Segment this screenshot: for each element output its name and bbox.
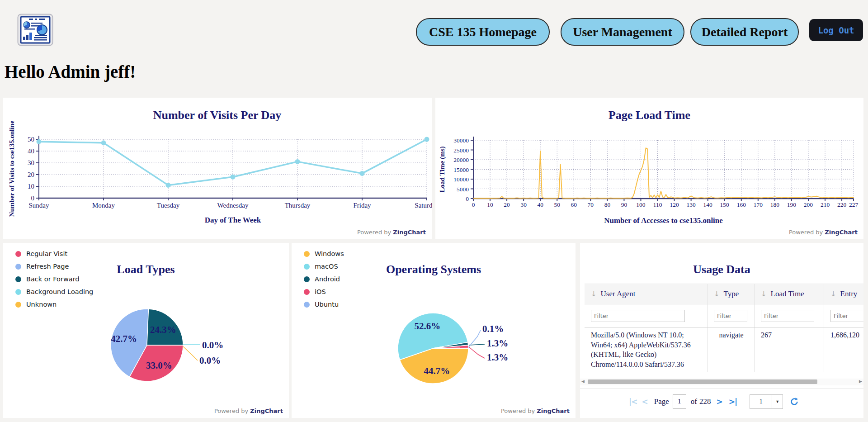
- y-tick-label: 0: [31, 194, 35, 202]
- pie-value-label: 52.6%: [415, 321, 441, 332]
- y-tick-label: 10: [28, 183, 34, 190]
- page-number-input[interactable]: [673, 394, 686, 409]
- sort-down-icon[interactable]: ↓: [714, 290, 720, 298]
- column-label: Entry: [840, 289, 858, 299]
- caret-down-icon: ▼: [772, 395, 783, 408]
- y-tick-label: 50: [28, 136, 34, 143]
- x-axis-label: Day of The Week: [205, 216, 261, 224]
- x-tick-label: 140: [703, 201, 713, 208]
- table-filter-row: [585, 304, 863, 327]
- x-tick-label: 120: [670, 201, 679, 208]
- cell-load-time: 267: [755, 327, 824, 372]
- data-point: [37, 139, 42, 144]
- nav-button-label: Detailed Report: [702, 25, 788, 39]
- filter-input-type[interactable]: [714, 310, 747, 322]
- x-tick-label: 40: [537, 201, 543, 208]
- refresh-button[interactable]: [789, 397, 799, 407]
- load-types-pie-chart[interactable]: 33.0%42.7%24.3%0.0%0.0%: [3, 243, 289, 418]
- filter-input-entry[interactable]: [830, 310, 863, 322]
- sort-down-icon[interactable]: ↓: [761, 290, 767, 298]
- data-point: [101, 140, 106, 145]
- y-tick-label: 25000: [453, 147, 469, 154]
- y-tick-label: 30000: [453, 137, 469, 144]
- x-tick-label: 70: [588, 201, 594, 208]
- zingchart-branding[interactable]: Powered by ZingChart: [357, 229, 426, 236]
- x-tick-label: Monday: [92, 202, 115, 209]
- of-label: of: [691, 397, 697, 406]
- zingchart-branding[interactable]: Powered by ZingChart: [214, 408, 283, 414]
- column-header-entry[interactable]: ↓ Entry: [824, 284, 863, 304]
- dashboard-logo: [17, 14, 53, 46]
- usage-data-title: Usage Data: [580, 263, 863, 276]
- x-tick-label: 190: [787, 201, 797, 208]
- scrollbar-thumb[interactable]: [588, 379, 817, 384]
- x-tick-label: 30: [520, 201, 527, 208]
- x-tick-label: 80: [604, 201, 611, 208]
- pie-value-label: 24.3%: [150, 324, 176, 335]
- cell-user-agent: Mozilla/5.0 (Windows NT 10.0; Win64; x64…: [585, 327, 708, 372]
- scroll-right-icon[interactable]: ▶: [859, 379, 862, 384]
- total-pages: 228: [699, 397, 711, 406]
- x-tick-label: 150: [720, 201, 730, 208]
- x-tick-label: 60: [571, 201, 577, 208]
- logout-button[interactable]: Log Out: [809, 19, 863, 41]
- x-tick-label: Thursday: [285, 202, 311, 209]
- nav-button-cse135-homepage[interactable]: CSE 135 Homepage: [416, 18, 550, 46]
- sort-down-icon[interactable]: ↓: [830, 290, 836, 298]
- x-tick-label: 10: [487, 201, 493, 208]
- x-tick-label: 227: [849, 201, 859, 208]
- page-size-select[interactable]: 1 ▼: [750, 394, 783, 409]
- x-tick-label: 180: [770, 201, 780, 208]
- first-page-button[interactable]: |<: [629, 397, 637, 406]
- x-tick-label: Tuesday: [157, 202, 180, 209]
- x-tick-label: Friday: [353, 202, 371, 209]
- table-header-row: ↓ User Agent ↓ Type ↓ Load Time ↓ Entry: [585, 284, 863, 304]
- load-time-chart-panel: Page Load Time 0500010000150002000025000…: [435, 98, 863, 239]
- os-pie-chart[interactable]: 44.7%52.6%1.3%1.3%0.1%: [292, 243, 576, 418]
- y-tick-label: 30: [28, 159, 34, 166]
- column-label: User Agent: [601, 289, 636, 299]
- data-point: [360, 171, 365, 176]
- usage-data-panel: Usage Data ↓ User Agent ↓ Type ↓ Load Ti…: [580, 243, 863, 418]
- admin-dashboard-page: CSE 135 Homepage User Management Detaile…: [0, 0, 868, 422]
- data-point: [425, 137, 429, 142]
- callout-line: [469, 347, 485, 358]
- filter-input-load-time[interactable]: [761, 310, 814, 322]
- x-tick-label: 200: [804, 201, 813, 208]
- load-time-line-chart[interactable]: 0500010000150002000025000300000102030405…: [435, 98, 863, 239]
- y-tick-label: 5000: [457, 186, 469, 193]
- x-tick-label: 20: [504, 201, 510, 208]
- last-page-button[interactable]: >|: [729, 397, 737, 406]
- filter-input-user-agent[interactable]: [591, 310, 685, 322]
- visits-line-chart[interactable]: 01020304050SundayMondayTuesdayWednesdayT…: [3, 98, 432, 239]
- y-tick-label: 20000: [453, 156, 469, 163]
- zingchart-branding[interactable]: Powered by ZingChart: [501, 408, 570, 414]
- x-tick-label: 100: [636, 201, 646, 208]
- pie-value-label: 1.3%: [487, 338, 508, 349]
- x-tick-label: 220: [837, 201, 847, 208]
- horizontal-scrollbar[interactable]: ◀ ▶: [580, 379, 863, 385]
- pie-value-label: 0.0%: [199, 355, 221, 366]
- table-row: Mozilla/5.0 (Windows NT 10.0; Win64; x64…: [585, 327, 863, 372]
- column-header-load-time[interactable]: ↓ Load Time: [755, 284, 824, 304]
- x-axis-label: Number of Accesses to cse135.online: [604, 216, 723, 225]
- pie-value-label: 0.1%: [482, 323, 504, 334]
- y-axis-label: Load Time (ms): [439, 147, 446, 193]
- nav-button-detailed-report[interactable]: Detailed Report: [690, 18, 799, 46]
- x-tick-label: 170: [754, 201, 763, 208]
- column-header-type[interactable]: ↓ Type: [708, 284, 755, 304]
- prev-page-button[interactable]: <: [642, 397, 647, 406]
- zingchart-branding[interactable]: Powered by ZingChart: [789, 229, 858, 236]
- column-header-user-agent[interactable]: ↓ User Agent: [585, 284, 708, 304]
- callout-line: [469, 344, 485, 345]
- nav-button-user-management[interactable]: User Management: [561, 18, 684, 46]
- x-tick-label: 130: [687, 201, 696, 208]
- y-tick-label: 40: [28, 147, 34, 155]
- next-page-button[interactable]: >: [716, 397, 722, 406]
- cell-type: navigate: [708, 327, 755, 372]
- sort-down-icon[interactable]: ↓: [591, 290, 597, 298]
- page-label: Page: [654, 397, 669, 406]
- scroll-left-icon[interactable]: ◀: [581, 379, 585, 384]
- x-tick-label: 110: [653, 201, 662, 208]
- y-axis-label: Number of Visits to cse135.online: [8, 120, 15, 217]
